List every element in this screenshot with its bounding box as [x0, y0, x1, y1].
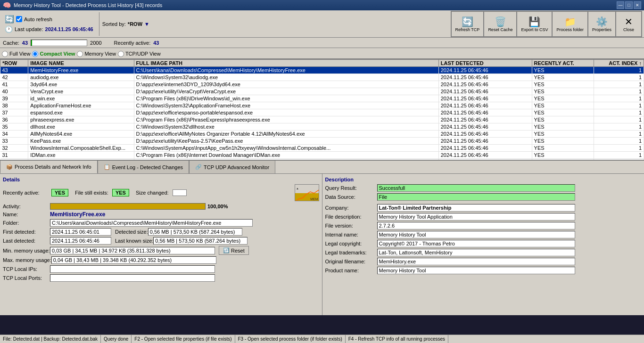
cache-value: 43	[22, 40, 28, 46]
table-cell: 2024.11.25 06:45:46	[438, 145, 532, 152]
tab-tcp-monitor[interactable]: 🔗 TCP UDP Advanced Monitor	[189, 160, 275, 173]
data-source-value[interactable]	[377, 193, 575, 201]
detected-size-value[interactable]	[148, 228, 242, 236]
table-cell: YES	[532, 152, 594, 159]
file-desc-value[interactable]	[377, 213, 575, 220]
query-result-value[interactable]	[377, 184, 575, 192]
col-header-recent[interactable]: RECENTLY ACT.	[532, 60, 594, 67]
col-header-detected[interactable]: LAST DETECTED	[438, 60, 532, 67]
table-row[interactable]: 43MemHistoryFree.exeC:\Users\kana\Downlo…	[0, 67, 644, 74]
last-detected-value[interactable]	[50, 237, 111, 245]
tab-event-log[interactable]: 📋 Event Log - Detected Changes	[98, 160, 189, 173]
last-detected-label: Last detected:	[3, 238, 50, 244]
view-tab-memory[interactable]: Memory View	[77, 51, 116, 57]
table-cell: C:\Program Files (x86)\PhraseExpress\phr…	[134, 116, 438, 123]
refresh-tcp-button[interactable]: 🔄 Refresh TCP	[451, 11, 484, 37]
table-row[interactable]: 31IDMan.exeC:\Program Files (x86)\Intern…	[0, 152, 644, 159]
table-cell: ApplicationFrameHost.exe	[28, 102, 134, 109]
table-row[interactable]: 40VeraCrypt.exeD:\appz\exe\utility\VeraC…	[0, 88, 644, 95]
table-cell: C:\Windows\System32\dllhost.exe	[134, 123, 438, 131]
product-name-value[interactable]	[377, 267, 575, 274]
table-row[interactable]: 38ApplicationFrameHost.exeC:\Windows\Sys…	[0, 102, 644, 109]
table-row[interactable]: 30qbittorrent.exeC:\Program Files\qBitto…	[0, 159, 644, 161]
details-right: Description Query Result: Data Source: C…	[322, 174, 644, 315]
table-cell: 32	[0, 145, 28, 152]
view-tab-tcp[interactable]: TCP/UDP View	[118, 51, 161, 57]
detected-size-label: Detected size:	[115, 229, 148, 235]
table-cell: phraseexpress.exe	[28, 116, 134, 123]
table-row[interactable]: 42audiodg.exeC:\Windows\System32\audiodg…	[0, 74, 644, 81]
max-memory-value[interactable]	[51, 256, 216, 264]
minimize-button[interactable]: —	[617, 1, 624, 9]
table-cell: 2024.11.25 06:45:46	[438, 123, 532, 131]
table-cell: D:\appz\exe\office\AllMyNotes Organizer …	[134, 131, 438, 138]
internal-name-value[interactable]	[377, 231, 575, 238]
orig-filename-value[interactable]	[377, 258, 575, 265]
reset-cache-icon: 🗑️	[495, 16, 506, 27]
table-cell: YES	[532, 123, 594, 131]
last-known-size-value[interactable]	[153, 237, 248, 245]
table-cell: 42	[0, 74, 28, 81]
process-folder-button[interactable]: 📁 Process folder	[552, 11, 588, 37]
properties-button[interactable]: ⚙️ Properties	[588, 11, 616, 37]
table-cell: 33	[0, 138, 28, 145]
file-ver-label: File version:	[325, 223, 377, 229]
table-cell: C:\Program Files (x86)\IDriveWindows\id_…	[134, 95, 438, 102]
folder-value[interactable]	[50, 219, 253, 227]
max-memory-row: Max. memory usage:	[3, 256, 319, 264]
file-still-exists-badge: YES	[112, 189, 129, 196]
close-button[interactable]: ✕	[634, 1, 641, 9]
table-row[interactable]: 33KeePass.exeD:\appz\exe\utility\KeePass…	[0, 138, 644, 145]
table-cell: 34	[0, 131, 28, 138]
tcp-local-ports-row: TCP Local Ports:	[3, 274, 319, 282]
table-cell: 1	[594, 152, 644, 159]
recently-active-detail-label: Recently active:	[3, 190, 48, 196]
refresh-tcp-label: Refresh TCP	[455, 27, 480, 32]
tcp-local-ports-value[interactable]	[50, 274, 215, 282]
process-folder-label: Process folder	[556, 27, 584, 32]
first-detected-value[interactable]	[50, 228, 111, 236]
table-cell: 2024.11.25 06:45:46	[438, 131, 532, 138]
table-cell: 2024.11.25 06:45:46	[438, 67, 532, 74]
table-row[interactable]: 35dllhost.exeC:\Windows\System32\dllhost…	[0, 123, 644, 131]
col-header-row[interactable]: *ROW	[0, 60, 28, 67]
export-csv-button[interactable]: 💾 Export to CSV	[517, 11, 552, 37]
view-tab-full[interactable]: Full View	[2, 51, 30, 57]
legal-copy-value[interactable]	[377, 240, 575, 247]
legal-tm-value[interactable]	[377, 249, 575, 256]
table-row[interactable]: 413dyd64.exeD:\appz\exe\internet\3DYD_12…	[0, 81, 644, 88]
table-row[interactable]: 36phraseexpress.exeC:\Program Files (x86…	[0, 116, 644, 123]
col-header-index[interactable]: ACT. INDEX ↑	[594, 60, 644, 67]
reset-cache-button[interactable]: 🗑️ Reset Cache	[484, 11, 517, 37]
table-row[interactable]: 39id_win.exeC:\Program Files (x86)\IDriv…	[0, 95, 644, 102]
table-cell: D:\appz\exe\utility\KeePass-2.57\KeePass…	[134, 138, 438, 145]
refresh-tcp-icon: 🔄	[462, 16, 473, 27]
orig-filename-row: Original filename:	[325, 258, 642, 265]
tab-process-details[interactable]: 📦 Process Details and Network Info	[0, 160, 98, 173]
close-main-label: Close	[623, 27, 634, 32]
name-row: Name: MemHistoryFree.exe	[3, 211, 319, 218]
col-header-image[interactable]: IMAGE NAME	[28, 60, 134, 67]
reset-button[interactable]: 🔃 Reset	[219, 246, 249, 255]
table-cell: IDMan.exe	[28, 152, 134, 159]
auto-refresh-checkbox[interactable]	[16, 16, 22, 22]
file-ver-row: File version:	[325, 222, 642, 229]
table-cell: 2024.11.25 06:45:46	[438, 88, 532, 95]
company-value[interactable]	[377, 204, 575, 212]
export-csv-label: Export to CSV	[521, 27, 548, 32]
min-memory-value[interactable]	[50, 247, 215, 254]
view-tab-compact[interactable]: Compact View	[32, 51, 75, 57]
tcp-local-ips-value[interactable]	[50, 265, 215, 273]
table-row[interactable]: 37espansod.exeD:\appz\exe\office\espanso…	[0, 109, 644, 116]
table-row[interactable]: 32WindowsInternal.ComposableShell.Exp...…	[0, 145, 644, 152]
table-cell: YES	[532, 67, 594, 74]
table-row[interactable]: 34AllMyNotes64.exeD:\appz\exe\office\All…	[0, 131, 644, 138]
table-cell: 3dyd64.exe	[28, 81, 134, 88]
table-cell: 1	[594, 95, 644, 102]
col-header-path[interactable]: FULL IMAGE PATH	[134, 60, 438, 67]
close-main-button[interactable]: ✕ Close	[616, 11, 642, 37]
maximize-button[interactable]: □	[625, 1, 633, 9]
file-ver-value[interactable]	[377, 222, 575, 229]
first-detected-label: First detected:	[3, 229, 50, 235]
main-table-container: *ROW IMAGE NAME FULL IMAGE PATH LAST DET…	[0, 59, 644, 161]
